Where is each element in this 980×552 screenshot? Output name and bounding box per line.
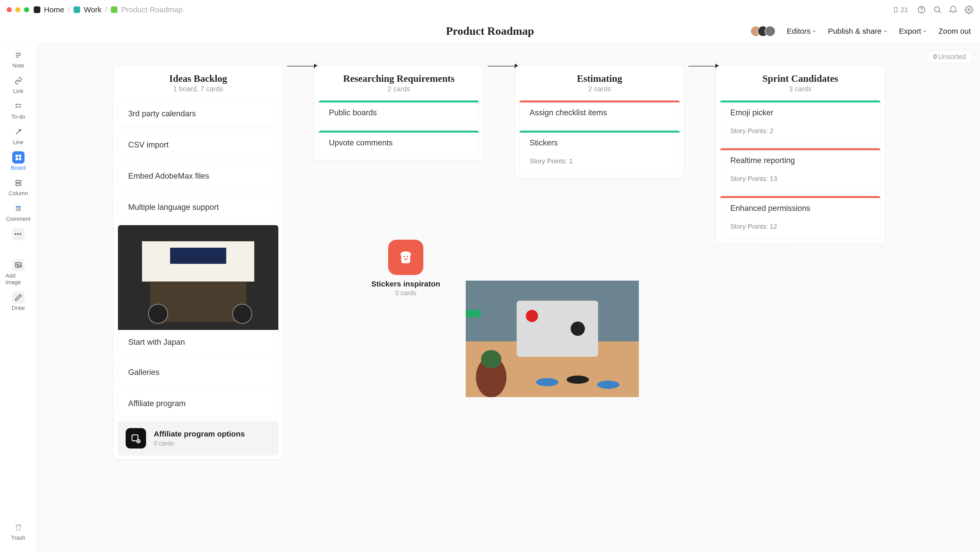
zoom-window-icon[interactable] [24, 7, 29, 12]
svg-point-4 [968, 9, 970, 11]
close-window-icon[interactable] [6, 7, 12, 12]
trash-icon [12, 521, 24, 534]
card-color-bar [720, 148, 880, 150]
free-image-laptop-stickers[interactable] [466, 281, 639, 397]
search-icon[interactable] [933, 5, 942, 14]
board-icon[interactable] [111, 6, 118, 13]
publish-dropdown[interactable]: Publish & share [828, 27, 888, 35]
card-color-bar [720, 196, 880, 198]
svg-rect-10 [16, 184, 21, 186]
board-column-estimating[interactable]: Estimating 2 cards Assign checklist item… [515, 66, 684, 179]
svg-point-3 [935, 7, 940, 12]
tool-board[interactable]: Board [6, 151, 31, 171]
todo-icon [12, 100, 24, 112]
board-column-sprint[interactable]: Sprint Candidates 3 cards Emoji pickerSt… [716, 66, 885, 244]
breadcrumb-work[interactable]: Work [84, 5, 101, 14]
tool-link[interactable]: Link [6, 75, 31, 94]
titlebar-right: 21 [890, 5, 974, 15]
column-header[interactable]: Researching Requirements 2 cards [314, 66, 484, 96]
card[interactable]: Assign checklist items [519, 100, 680, 126]
chevron-down-icon [812, 29, 816, 34]
card[interactable]: StickersStory Points: 1 [519, 130, 680, 174]
page-title: Product Roadmap [446, 24, 534, 38]
folder-icon[interactable] [73, 6, 80, 13]
tool-more[interactable]: ••• [6, 228, 31, 240]
card[interactable]: 3rd party calendars [118, 100, 278, 127]
tool-column[interactable]: Column [6, 177, 31, 197]
unsorted-pill[interactable]: 0Unsorted [928, 51, 971, 63]
comment-icon [12, 203, 24, 215]
japan-storefront-image [118, 225, 278, 330]
flow-arrow [488, 66, 519, 67]
svg-rect-8 [19, 158, 21, 160]
card[interactable]: Enhanced permissionsStory Points: 12 [720, 196, 881, 239]
tool-todo[interactable]: To-do [6, 100, 31, 120]
card[interactable]: Galleries [118, 359, 278, 386]
avatar[interactable] [765, 26, 775, 37]
breadcrumb-current: Product Roadmap [121, 5, 183, 14]
nested-board-card[interactable]: Affiliate program options 0 cards [118, 421, 278, 455]
svg-rect-0 [894, 7, 897, 12]
svg-rect-7 [15, 158, 18, 160]
board-column-research[interactable]: Researching Requirements 2 cards Public … [314, 66, 484, 161]
column-header[interactable]: Estimating 2 cards [515, 66, 684, 96]
editors-dropdown[interactable]: Editors [787, 27, 816, 35]
svg-rect-27 [466, 310, 481, 317]
card[interactable]: Realtime reportingStory Points: 13 [720, 148, 881, 191]
breadcrumb-home[interactable]: Home [44, 5, 64, 14]
card[interactable]: CSV import [118, 131, 278, 158]
card[interactable]: Multiple language support [118, 194, 278, 221]
svg-point-26 [526, 310, 538, 322]
card-image[interactable]: Start with Japan [118, 225, 278, 355]
tool-sidebar: Note Link To-do Line Board [0, 43, 37, 552]
flow-arrow [689, 66, 719, 67]
window-traffic-lights[interactable] [6, 7, 29, 12]
collaborator-avatars[interactable] [751, 26, 775, 37]
svg-rect-25 [517, 300, 598, 356]
device-icon [892, 6, 899, 13]
home-icon[interactable] [34, 6, 40, 13]
tool-add-image[interactable]: Add image [6, 259, 31, 286]
tool-comment[interactable]: Comment [6, 203, 31, 222]
card[interactable]: Embed AdobeMax files [118, 163, 278, 190]
column-header[interactable]: Ideas Backlog 1 board, 7 cards [114, 66, 283, 96]
svg-point-17 [148, 304, 167, 324]
help-icon[interactable] [917, 5, 926, 14]
svg-rect-5 [15, 155, 18, 157]
column-icon [12, 177, 24, 189]
tool-draw[interactable]: Draw [6, 291, 31, 311]
card-color-bar [319, 101, 479, 102]
workspace: Note Link To-do Line Board [0, 43, 980, 552]
card[interactable]: Emoji pickerStory Points: 2 [720, 100, 881, 144]
card[interactable]: Affiliate program [118, 390, 278, 417]
notifications-icon[interactable] [949, 5, 958, 14]
flow-arrow [287, 66, 318, 67]
tool-line[interactable]: Line [6, 126, 31, 146]
canvas[interactable]: 0Unsorted Ideas Backlog 1 board, 7 cards… [37, 43, 980, 552]
more-icon: ••• [12, 228, 24, 240]
tool-note[interactable]: Note [6, 49, 31, 69]
views-count[interactable]: 21 [890, 5, 910, 15]
svg-rect-6 [19, 155, 21, 157]
breadcrumb: Home / Work / Product Roadmap [34, 5, 183, 14]
line-icon [12, 126, 24, 138]
chevron-down-icon [923, 29, 927, 34]
board-column-ideas[interactable]: Ideas Backlog 1 board, 7 cards 3rd party… [113, 66, 283, 460]
tool-trash[interactable]: Trash [6, 521, 31, 541]
card-color-bar [319, 131, 479, 132]
zoom-out-button[interactable]: Zoom out [939, 27, 971, 35]
header-bar: Product Roadmap Editors Publish & share … [0, 19, 980, 43]
card[interactable]: Upvote comments [318, 130, 479, 156]
export-dropdown[interactable]: Export [899, 27, 928, 35]
minimize-window-icon[interactable] [15, 7, 21, 12]
image-icon [12, 259, 24, 271]
svg-point-31 [536, 378, 558, 386]
free-board-stickers[interactable]: Stickers inspiraton 0 cards [371, 240, 440, 297]
settings-icon[interactable] [965, 5, 974, 14]
svg-point-22 [407, 256, 408, 257]
svg-point-28 [571, 321, 585, 336]
svg-rect-15 [170, 247, 226, 264]
card[interactable]: Public boards [318, 100, 479, 126]
column-header[interactable]: Sprint Candidates 3 cards [716, 66, 885, 96]
card-color-bar [519, 101, 680, 102]
